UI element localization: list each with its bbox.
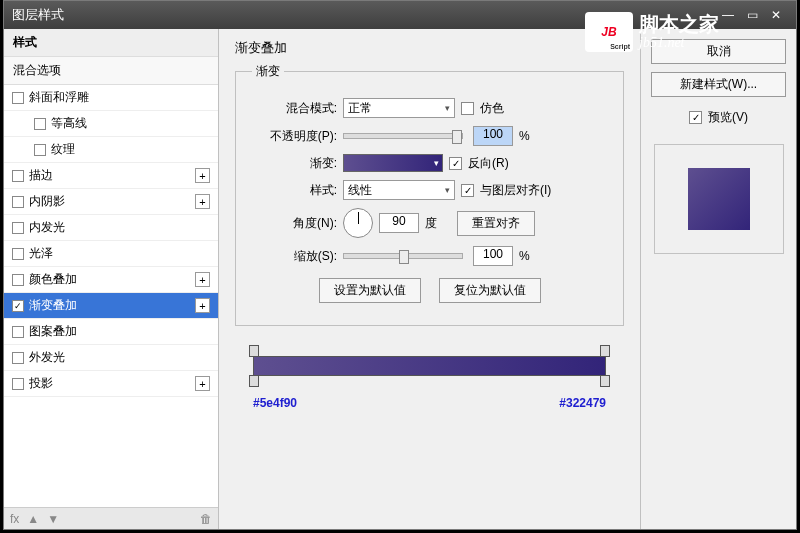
blend-mode-value: 正常: [348, 100, 372, 117]
reverse-checkbox[interactable]: [449, 157, 462, 170]
sidebar-footer: fx ▲ ▼ 🗑: [4, 507, 218, 529]
right-column: 取消 新建样式(W)... 预览(V): [640, 29, 796, 529]
sidebar-item-3[interactable]: 描边+: [4, 163, 218, 189]
preview-panel: [654, 144, 784, 254]
sidebar-item-9[interactable]: 图案叠加: [4, 319, 218, 345]
style-checkbox[interactable]: [12, 92, 24, 104]
panel-title: 渐变叠加: [235, 39, 624, 57]
opacity-input[interactable]: 100: [473, 126, 513, 146]
style-checkbox[interactable]: [12, 222, 24, 234]
reset-align-button[interactable]: 重置对齐: [457, 211, 535, 236]
scale-unit: %: [519, 249, 530, 263]
minimize-icon[interactable]: —: [716, 6, 740, 24]
style-checkbox[interactable]: [12, 274, 24, 286]
window-title: 图层样式: [12, 6, 64, 24]
sidebar-item-label: 等高线: [51, 115, 87, 132]
gradient-label: 渐变:: [252, 155, 337, 172]
sidebar-item-8[interactable]: 渐变叠加+: [4, 293, 218, 319]
fx-icon[interactable]: fx: [10, 512, 19, 526]
reset-default-button[interactable]: 复位为默认值: [439, 278, 541, 303]
style-checkbox[interactable]: [34, 118, 46, 130]
style-checkbox[interactable]: [12, 300, 24, 312]
arrow-up-icon[interactable]: ▲: [27, 512, 39, 526]
dither-label: 仿色: [480, 100, 504, 117]
style-checkbox[interactable]: [12, 326, 24, 338]
gradient-editor[interactable]: [253, 356, 606, 376]
dither-checkbox[interactable]: [461, 102, 474, 115]
add-instance-button[interactable]: +: [195, 298, 210, 313]
sidebar-item-label: 光泽: [29, 245, 53, 262]
preview-checkbox[interactable]: [689, 111, 702, 124]
reverse-label: 反向(R): [468, 155, 509, 172]
add-instance-button[interactable]: +: [195, 376, 210, 391]
sidebar-item-11[interactable]: 投影+: [4, 371, 218, 397]
sidebar-item-label: 斜面和浮雕: [29, 89, 89, 106]
left-hex: #5e4f90: [253, 396, 297, 410]
style-select[interactable]: 线性 ▾: [343, 180, 455, 200]
angle-input[interactable]: 90: [379, 213, 419, 233]
titlebar[interactable]: 图层样式 — ▭ ✕: [4, 1, 796, 29]
gradient-fieldset: 渐变 混合模式: 正常 ▾ 仿色 不透明度(P): 100 %: [235, 63, 624, 326]
layer-style-dialog: 图层样式 — ▭ ✕ 样式 混合选项 斜面和浮雕等高线纹理描边+内阴影+内发光光…: [3, 0, 797, 530]
sidebar-item-1[interactable]: 等高线: [4, 111, 218, 137]
cancel-button[interactable]: 取消: [651, 39, 786, 64]
chevron-down-icon: ▾: [434, 158, 439, 168]
maximize-icon[interactable]: ▭: [740, 6, 764, 24]
opacity-label: 不透明度(P):: [252, 128, 337, 145]
blend-mode-label: 混合模式:: [252, 100, 337, 117]
scale-slider[interactable]: [343, 253, 463, 259]
style-checkbox[interactable]: [12, 196, 24, 208]
opacity-unit: %: [519, 129, 530, 143]
scale-input[interactable]: 100: [473, 246, 513, 266]
chevron-down-icon: ▾: [445, 185, 450, 195]
dialog-content: 样式 混合选项 斜面和浮雕等高线纹理描边+内阴影+内发光光泽颜色叠加+渐变叠加+…: [4, 29, 796, 529]
trash-icon[interactable]: 🗑: [200, 512, 212, 526]
sidebar-item-5[interactable]: 内发光: [4, 215, 218, 241]
sidebar-item-7[interactable]: 颜色叠加+: [4, 267, 218, 293]
close-icon[interactable]: ✕: [764, 6, 788, 24]
opacity-stop-right[interactable]: [600, 345, 610, 357]
style-checkbox[interactable]: [34, 144, 46, 156]
sidebar-item-label: 颜色叠加: [29, 271, 77, 288]
style-list-sidebar: 样式 混合选项 斜面和浮雕等高线纹理描边+内阴影+内发光光泽颜色叠加+渐变叠加+…: [4, 29, 219, 529]
sidebar-item-label: 外发光: [29, 349, 65, 366]
color-stop-right[interactable]: [600, 375, 610, 387]
sidebar-item-label: 内阴影: [29, 193, 65, 210]
style-label: 样式:: [252, 182, 337, 199]
add-instance-button[interactable]: +: [195, 194, 210, 209]
set-default-button[interactable]: 设置为默认值: [319, 278, 421, 303]
style-checkbox[interactable]: [12, 248, 24, 260]
style-checkbox[interactable]: [12, 352, 24, 364]
sidebar-item-2[interactable]: 纹理: [4, 137, 218, 163]
gradient-bar[interactable]: [253, 356, 606, 376]
blend-options-header[interactable]: 混合选项: [4, 57, 218, 85]
add-instance-button[interactable]: +: [195, 168, 210, 183]
blend-mode-select[interactable]: 正常 ▾: [343, 98, 455, 118]
main-panel: 渐变叠加 渐变 混合模式: 正常 ▾ 仿色 不透明度(P): 100 %: [219, 29, 640, 529]
sidebar-item-label: 图案叠加: [29, 323, 77, 340]
sidebar-item-0[interactable]: 斜面和浮雕: [4, 85, 218, 111]
color-stop-left[interactable]: [249, 375, 259, 387]
sidebar-item-4[interactable]: 内阴影+: [4, 189, 218, 215]
angle-dial[interactable]: [343, 208, 373, 238]
align-checkbox[interactable]: [461, 184, 474, 197]
fieldset-legend: 渐变: [252, 63, 284, 80]
arrow-down-icon[interactable]: ▼: [47, 512, 59, 526]
right-hex: #322479: [559, 396, 606, 410]
opacity-stop-left[interactable]: [249, 345, 259, 357]
new-style-button[interactable]: 新建样式(W)...: [651, 72, 786, 97]
sidebar-item-6[interactable]: 光泽: [4, 241, 218, 267]
style-header[interactable]: 样式: [4, 29, 218, 57]
chevron-down-icon: ▾: [445, 103, 450, 113]
sidebar-item-10[interactable]: 外发光: [4, 345, 218, 371]
gradient-picker[interactable]: ▾: [343, 154, 443, 172]
sidebar-item-label: 描边: [29, 167, 53, 184]
style-value: 线性: [348, 182, 372, 199]
add-instance-button[interactable]: +: [195, 272, 210, 287]
opacity-slider[interactable]: [343, 133, 463, 139]
style-checkbox[interactable]: [12, 170, 24, 182]
align-label: 与图层对齐(I): [480, 182, 551, 199]
angle-unit: 度: [425, 215, 437, 232]
style-checkbox[interactable]: [12, 378, 24, 390]
preview-swatch: [688, 168, 750, 230]
